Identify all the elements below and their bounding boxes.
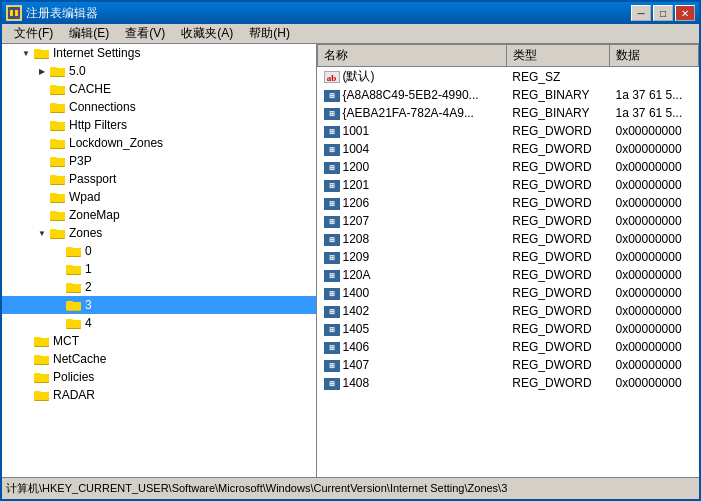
- svg-rect-29: [50, 194, 65, 202]
- menu-item-帮助(H)[interactable]: 帮助(H): [241, 23, 298, 44]
- tree-node-netcache[interactable]: NetCache: [2, 350, 316, 368]
- reg-name-cell: ⊞1206: [318, 194, 507, 212]
- menu-item-收藏夹(A)[interactable]: 收藏夹(A): [173, 23, 241, 44]
- tree-expander-internet-settings[interactable]: ▼: [18, 45, 34, 61]
- status-path: 计算机\HKEY_CURRENT_USER\Software\Microsoft…: [6, 481, 695, 496]
- table-row[interactable]: ⊞120AREG_DWORD0x00000000: [318, 266, 699, 284]
- reg-dword-icon: ⊞: [324, 162, 340, 174]
- tree-node-zone-3[interactable]: 3: [2, 296, 316, 314]
- table-row[interactable]: ⊞1001REG_DWORD0x00000000: [318, 122, 699, 140]
- svg-rect-17: [50, 122, 65, 130]
- menu-item-编辑(E)[interactable]: 编辑(E): [61, 23, 117, 44]
- table-row[interactable]: ⊞1406REG_DWORD0x00000000: [318, 338, 699, 356]
- table-row[interactable]: ⊞1004REG_DWORD0x00000000: [318, 140, 699, 158]
- tree-label-http-filters: Http Filters: [69, 118, 127, 132]
- maximize-button[interactable]: □: [653, 5, 673, 21]
- minimize-button[interactable]: ─: [631, 5, 651, 21]
- tree-node-p3p[interactable]: P3P: [2, 152, 316, 170]
- reg-name-text: 1402: [343, 304, 370, 318]
- tree-node-cache[interactable]: CACHE: [2, 80, 316, 98]
- tree-node-zone-1[interactable]: 1: [2, 260, 316, 278]
- svg-rect-56: [34, 356, 49, 364]
- svg-rect-47: [66, 302, 81, 310]
- table-row[interactable]: ⊞1208REG_DWORD0x00000000: [318, 230, 699, 248]
- table-row[interactable]: ⊞1206REG_DWORD0x00000000: [318, 194, 699, 212]
- svg-rect-53: [34, 338, 49, 346]
- table-row[interactable]: ab(默认)REG_SZ: [318, 67, 699, 87]
- table-row[interactable]: ⊞1201REG_DWORD0x00000000: [318, 176, 699, 194]
- tree-label-5.0: 5.0: [69, 64, 86, 78]
- tree-node-zone-2[interactable]: 2: [2, 278, 316, 296]
- svg-rect-38: [66, 248, 81, 256]
- reg-name-text: 1407: [343, 358, 370, 372]
- table-row[interactable]: ⊞{AEBA21FA-782A-4A9...REG_BINARY1a 37 61…: [318, 104, 699, 122]
- tree-node-zonemap[interactable]: ZoneMap: [2, 206, 316, 224]
- folder-icon-5.0: [50, 64, 66, 78]
- reg-data-cell: 0x00000000: [610, 356, 699, 374]
- reg-name-cell: ⊞1209: [318, 248, 507, 266]
- tree-expander-zones[interactable]: ▼: [34, 225, 50, 241]
- reg-data-cell: 0x00000000: [610, 122, 699, 140]
- tree-label-mct: MCT: [53, 334, 79, 348]
- tree-expander-5.0[interactable]: ▶: [34, 63, 50, 79]
- reg-name-text: 1201: [343, 178, 370, 192]
- table-row[interactable]: ⊞1207REG_DWORD0x00000000: [318, 212, 699, 230]
- reg-dword-icon: ⊞: [324, 342, 340, 354]
- main-window: 注册表编辑器 ─ □ ✕ 文件(F)编辑(E)查看(V)收藏夹(A)帮助(H) …: [0, 0, 701, 501]
- tree-node-wpad[interactable]: Wpad: [2, 188, 316, 206]
- folder-icon-zones: [50, 226, 66, 240]
- folder-icon-zone-0: [66, 244, 82, 258]
- folder-icon-internet-settings: [34, 46, 50, 60]
- reg-data-cell: 1a 37 61 5...: [610, 104, 699, 122]
- table-row[interactable]: ⊞1200REG_DWORD0x00000000: [318, 158, 699, 176]
- folder-icon-netcache: [34, 352, 50, 366]
- reg-name-cell: ab(默认): [318, 67, 507, 87]
- tree-expander-radar: [18, 387, 34, 403]
- tree-node-lockdown-zones[interactable]: Lockdown_Zones: [2, 134, 316, 152]
- reg-data-cell: 0x00000000: [610, 320, 699, 338]
- tree-node-zone-0[interactable]: 0: [2, 242, 316, 260]
- tree-label-zonemap: ZoneMap: [69, 208, 120, 222]
- menu-item-文件(F)[interactable]: 文件(F): [6, 23, 61, 44]
- folder-icon-mct: [34, 334, 50, 348]
- reg-type-cell: REG_DWORD: [506, 266, 609, 284]
- close-button[interactable]: ✕: [675, 5, 695, 21]
- reg-name-text: {AEBA21FA-782A-4A9...: [343, 106, 474, 120]
- table-row[interactable]: ⊞1408REG_DWORD0x00000000: [318, 374, 699, 392]
- reg-dword-icon: ⊞: [324, 234, 340, 246]
- reg-name-text: 1406: [343, 340, 370, 354]
- reg-dword-icon: ⊞: [324, 180, 340, 192]
- app-icon: [6, 5, 22, 21]
- reg-type-cell: REG_BINARY: [506, 86, 609, 104]
- svg-rect-8: [50, 68, 65, 76]
- tree-node-internet-settings[interactable]: ▼ Internet Settings: [2, 44, 316, 62]
- tree-node-http-filters[interactable]: Http Filters: [2, 116, 316, 134]
- table-row[interactable]: ⊞1400REG_DWORD0x00000000: [318, 284, 699, 302]
- tree-node-passport[interactable]: Passport: [2, 170, 316, 188]
- table-row[interactable]: ⊞1405REG_DWORD0x00000000: [318, 320, 699, 338]
- reg-name-text: 1207: [343, 214, 370, 228]
- table-row[interactable]: ⊞1407REG_DWORD0x00000000: [318, 356, 699, 374]
- tree-label-zone-0: 0: [85, 244, 92, 258]
- table-row[interactable]: ⊞1209REG_DWORD0x00000000: [318, 248, 699, 266]
- tree-label-zone-3: 3: [85, 298, 92, 312]
- tree-node-zones[interactable]: ▼ Zones: [2, 224, 316, 242]
- reg-type-cell: REG_SZ: [506, 67, 609, 87]
- reg-name-cell: ⊞1207: [318, 212, 507, 230]
- tree-label-lockdown-zones: Lockdown_Zones: [69, 136, 163, 150]
- table-row[interactable]: ⊞{A8A88C49-5EB2-4990...REG_BINARY1a 37 6…: [318, 86, 699, 104]
- reg-name-cell: ⊞1208: [318, 230, 507, 248]
- tree-node-policies[interactable]: Policies: [2, 368, 316, 386]
- tree-pane[interactable]: ▼ Internet Settings▶ 5.0 CACHE Connectio…: [2, 44, 317, 477]
- table-row[interactable]: ⊞1402REG_DWORD0x00000000: [318, 302, 699, 320]
- reg-name-text: {A8A88C49-5EB2-4990...: [343, 88, 479, 102]
- svg-rect-44: [66, 284, 81, 292]
- tree-node-radar[interactable]: RADAR: [2, 386, 316, 404]
- tree-node-connections[interactable]: Connections: [2, 98, 316, 116]
- registry-values-pane[interactable]: 名称 类型 数据 ab(默认)REG_SZ⊞{A8A88C49-5EB2-499…: [317, 44, 699, 477]
- tree-node-mct[interactable]: MCT: [2, 332, 316, 350]
- menu-item-查看(V)[interactable]: 查看(V): [117, 23, 173, 44]
- tree-node-5.0[interactable]: ▶ 5.0: [2, 62, 316, 80]
- reg-name-cell: ⊞1406: [318, 338, 507, 356]
- tree-node-zone-4[interactable]: 4: [2, 314, 316, 332]
